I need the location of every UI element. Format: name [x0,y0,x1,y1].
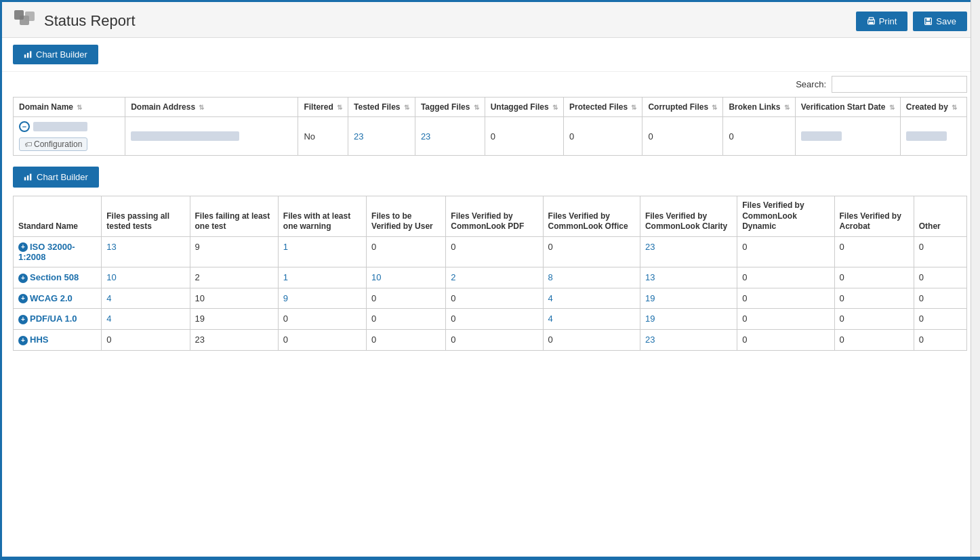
cell-failing: 2 [190,267,278,288]
col-header-cl-pdf[interactable]: Files Verified by CommonLook PDF [446,196,543,237]
sort-icon-untagged: ⇅ [552,104,558,111]
standard-name-link[interactable]: WCAG 2.0 [30,293,73,303]
cell-passing: 4 [102,288,190,309]
col-header-warning[interactable]: Files with at least one warning [278,196,366,237]
expand-icon[interactable]: + [18,242,28,252]
col-header-tagged-files[interactable]: Tagged Files ⇅ [415,98,485,117]
cell-created-by [900,117,966,156]
scrollbar[interactable] [971,0,980,560]
col-header-protected-files[interactable]: Protected Files ⇅ [564,98,642,117]
col-header-failing[interactable]: Files failing at least one test [190,196,278,237]
col-header-standard-name[interactable]: Standard Name [14,196,102,237]
col-header-cl-office[interactable]: Files Verified by CommonLook Office [543,196,640,237]
search-input[interactable] [832,76,967,93]
save-icon [924,17,933,26]
cell-standard-name: +ISO 32000-1:2008 [14,236,102,267]
lower-table-row: +ISO 32000-1:2008139100023000 [14,236,967,267]
cell-other: 0 [914,330,966,351]
cell-cl-clarity: 19 [640,288,737,309]
col-header-passing[interactable]: Files passing all tested tests [102,196,190,237]
top-bar: Status Report Print Save [2,2,978,38]
cell-standard-name: +PDF/UA 1.0 [14,309,102,330]
print-icon [867,17,876,26]
cell-tagged-files: 23 [415,117,485,156]
sort-icon-protected: ⇅ [631,104,636,111]
standard-name-link[interactable]: Section 508 [30,272,79,282]
cell-cl-clarity: 23 [640,236,737,267]
page-title: Status Report [44,12,136,30]
svg-rect-4 [869,17,874,20]
expand-icon[interactable]: + [18,336,28,345]
svg-rect-2 [25,12,35,21]
save-button[interactable]: Save [913,12,967,31]
upper-table: Domain Name ⇅ Domain Address ⇅ Filtered … [13,97,967,156]
print-button[interactable]: Print [856,12,908,31]
cell-verif-start [795,117,900,156]
verif-date-blurred [801,131,842,141]
cell-cl-pdf: 0 [446,236,543,267]
cell-failing: 10 [190,288,278,309]
svg-rect-7 [926,18,930,20]
cell-warning: 1 [278,267,366,288]
cell-standard-name: +HHS [14,330,102,351]
expand-icon[interactable]: + [18,315,28,324]
col-header-created-by[interactable]: Created by ⇅ [900,98,966,117]
col-header-domain-address[interactable]: Domain Address ⇅ [125,98,298,117]
col-header-broken-links[interactable]: Broken Links ⇅ [723,98,795,117]
cell-other: 0 [914,288,966,309]
cell-failing: 19 [190,309,278,330]
sort-icon-tested: ⇅ [404,104,409,111]
chart-builder-button-lower[interactable]: Chart Builder [13,167,99,188]
col-header-cl-dynamic[interactable]: Files Verified by CommonLook Dynamic [737,196,834,237]
cell-standard-name: +Section 508 [14,267,102,288]
lower-table: Standard Name Files passing all tested t… [13,196,967,351]
cell-domain-address [125,117,298,156]
cell-cl-clarity: 19 [640,309,737,330]
cell-acrobat: 0 [834,288,914,309]
standard-name-link[interactable]: HHS [30,335,48,345]
cell-broken-links: 0 [723,117,795,156]
chart-builder-button-top[interactable]: Chart Builder [13,45,98,64]
svg-rect-10 [27,53,28,58]
cell-acrobat: 0 [834,330,914,351]
cell-passing: 4 [102,309,190,330]
col-header-untagged-files[interactable]: Untagged Files ⇅ [485,98,563,117]
domain-name-blurred [33,122,87,131]
col-header-acrobat[interactable]: Files Verified by Acrobat [834,196,914,237]
col-header-domain-name[interactable]: Domain Name ⇅ [14,98,125,117]
standard-name-link[interactable]: PDF/UA 1.0 [30,314,77,324]
cell-cl-dynamic: 0 [737,267,834,288]
cell-cl-office: 0 [543,330,640,351]
tag-icon: 🏷 [24,140,32,148]
cell-to-verify: 10 [367,267,446,288]
cell-to-verify: 0 [367,236,446,267]
expand-icon[interactable]: + [18,274,28,283]
chart-icon-lower [24,173,33,181]
config-tag[interactable]: 🏷 Configuration [19,137,87,151]
cell-untagged-files: 0 [485,117,563,156]
expand-icon[interactable]: + [18,294,28,303]
col-header-to-verify[interactable]: Files to be Verified by User [367,196,446,237]
cell-acrobat: 0 [834,309,914,330]
col-header-corrupted-files[interactable]: Corrupted Files ⇅ [642,98,723,117]
toolbar-area: Chart Builder [2,38,978,72]
cell-filtered: No [298,117,348,156]
sort-icon-domain-addr: ⇅ [199,104,204,111]
cell-failing: 9 [190,236,278,267]
cell-failing: 23 [190,330,278,351]
svg-rect-12 [24,177,26,181]
top-actions: Print Save [856,12,967,31]
table-row: − 🏷 Configuration No [14,117,967,156]
cell-cl-pdf: 0 [446,288,543,309]
cell-cl-clarity: 13 [640,267,737,288]
sort-icon-broken: ⇅ [784,104,790,111]
cell-passing: 0 [102,330,190,351]
col-header-tested-files[interactable]: Tested Files ⇅ [348,98,415,117]
col-header-filtered[interactable]: Filtered ⇅ [298,98,348,117]
cell-acrobat: 0 [834,267,914,288]
col-header-cl-clarity[interactable]: Files Verified by CommonLook Clarity [640,196,737,237]
col-header-verif-start[interactable]: Verification Start Date ⇅ [795,98,900,117]
col-header-other[interactable]: Other [914,196,966,237]
cell-other: 0 [914,267,966,288]
collapse-button[interactable]: − [19,121,30,132]
